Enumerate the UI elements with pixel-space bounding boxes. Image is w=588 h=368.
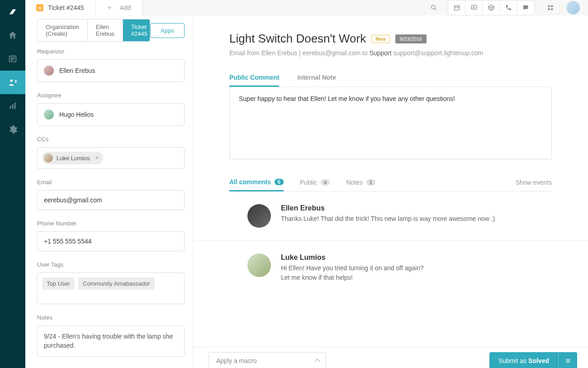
subtab-ticket[interactable]: Ticket #2445 [123, 19, 150, 41]
count-badge: 5 [275, 179, 284, 185]
bolt-chat-icon[interactable] [465, 0, 483, 15]
add-tab-label: Add [120, 4, 131, 11]
user-avatar[interactable] [566, 1, 580, 14]
user-tag[interactable]: Community Amabassador [78, 277, 155, 290]
cc-chip-label: Luke Lumios [57, 155, 90, 162]
ticket-subheader: Email from Ellen Erebus | eerebus@gmail.… [229, 49, 552, 57]
comment-item: Ellen Erebus Thanks Luke! That did the t… [193, 191, 588, 241]
nav-rail [0, 0, 25, 368]
compose-tabs: Public Comment Internal Note [229, 69, 552, 87]
compose-tab-public[interactable]: Public Comment [229, 69, 279, 87]
tags-field[interactable]: Top User Community Amabassador [37, 272, 185, 304]
nav-reports[interactable] [0, 94, 25, 118]
workspace-tab-active[interactable]: n Ticket #2445 [25, 0, 95, 15]
svg-rect-16 [548, 5, 550, 7]
tab-priority-badge: n [36, 4, 43, 11]
topbar: n Ticket #2445 ＋ Add [25, 0, 588, 15]
comments-tab-public[interactable]: Public 4 [300, 174, 330, 191]
notes-field[interactable]: 9/24 - Ellen's having trouble with the l… [37, 325, 185, 357]
avatar-icon [44, 66, 54, 76]
show-events-link[interactable]: Show events [516, 174, 552, 191]
plus-icon: ＋ [106, 4, 113, 12]
ticket-title: Light Switch Doesn't Work [229, 32, 366, 46]
comment-text: Thanks Luke! That did the trick! This ne… [281, 214, 495, 224]
comment-avatar [247, 204, 271, 228]
nav-settings[interactable] [0, 118, 25, 141]
ticket-sidebar: Organization (Create) Ellen Erebus Ticke… [25, 15, 193, 368]
avatar-icon [44, 110, 54, 119]
phone-value: +1 555 555 5544 [44, 238, 92, 245]
macro-dropdown[interactable]: Apply a macro [209, 352, 326, 368]
comment-text: Hi Ellen! Have you tried turning it on a… [281, 263, 424, 282]
brand-logo [0, 0, 25, 24]
assignee-field[interactable]: Hugo Helios [37, 103, 185, 126]
comment-avatar [247, 253, 271, 277]
submit-button[interactable]: Submit as Solved [489, 352, 558, 368]
reply-textarea[interactable]: Super happy to hear that Ellen! Let me k… [229, 87, 552, 159]
channel-icon-group [448, 0, 535, 15]
svg-rect-12 [454, 5, 459, 10]
submit-bar: Apply a macro Submit as Solved [193, 347, 588, 368]
subtab-requester[interactable]: Ellen Erebus [88, 19, 123, 41]
requestor-field[interactable]: Ellen Erebus [37, 59, 185, 82]
nav-customers[interactable] [0, 71, 25, 94]
compose-tab-internal[interactable]: Internal Note [297, 69, 336, 86]
comment-author: Luke Lumios [281, 253, 424, 262]
email-value: eerebus@gmail.com [44, 196, 102, 204]
email-label: Email [37, 179, 185, 186]
package-icon[interactable] [483, 0, 500, 15]
cc-chip[interactable]: Luke Lumios × [42, 152, 103, 164]
svg-line-11 [435, 9, 436, 10]
comments-filter-tabs: All comments 5 Public 4 Notes 1 Show eve… [229, 174, 552, 191]
chip-remove-icon[interactable]: × [95, 155, 99, 161]
comment-item: Luke Lumios Hi Ellen! Have you tried tur… [193, 241, 588, 295]
count-badge: 4 [321, 179, 330, 186]
svg-point-4 [10, 80, 13, 82]
phone-field[interactable]: +1 555 555 5544 [37, 231, 185, 251]
assignee-value: Hugo Helios [59, 111, 94, 118]
status-badge-new: New [371, 35, 390, 43]
comment-author: Ellen Erebus [281, 204, 495, 212]
svg-rect-9 [14, 103, 16, 109]
user-tag[interactable]: Top User [42, 277, 75, 290]
chat-icon[interactable] [517, 0, 534, 15]
assignee-label: Assignee [37, 92, 185, 99]
add-tab-button[interactable]: ＋ Add [95, 0, 142, 15]
nav-home[interactable] [0, 24, 25, 47]
context-tabs: Organization (Create) Ellen Erebus Ticke… [37, 19, 150, 42]
comments-tab-all[interactable]: All comments 5 [229, 174, 284, 191]
apps-panel-button[interactable]: Apps [150, 23, 185, 38]
notes-label: Notes [37, 314, 185, 321]
submit-menu-button[interactable] [558, 352, 577, 368]
svg-rect-18 [548, 8, 550, 10]
comments-tab-notes[interactable]: Notes 1 [346, 174, 375, 191]
svg-rect-7 [10, 106, 11, 109]
avatar-icon [44, 153, 53, 162]
subtab-organization[interactable]: Organization (Create) [38, 19, 88, 41]
tags-label: User Tags [37, 261, 185, 268]
svg-rect-17 [551, 5, 553, 7]
svg-rect-8 [12, 104, 14, 109]
count-badge: 1 [366, 179, 375, 186]
phone-label: Phone Number [37, 220, 185, 227]
apps-grid-icon[interactable] [542, 0, 559, 15]
conversation-panel: Light Switch Doesn't Work New 9/23/2016 … [193, 15, 588, 368]
requestor-label: Requestor [37, 48, 185, 55]
date-badge: 9/23/2016 [395, 34, 427, 43]
ccs-label: CCs [37, 136, 185, 143]
ccs-field[interactable]: Luke Lumios × [37, 147, 185, 169]
svg-rect-19 [551, 8, 553, 10]
phone-icon[interactable] [500, 0, 517, 15]
requestor-value: Ellen Erebus [59, 67, 95, 74]
email-field[interactable]: eerebus@gmail.com [37, 190, 185, 210]
tab-title: Ticket #2445 [48, 4, 84, 11]
calendar-icon[interactable] [448, 0, 465, 15]
nav-views[interactable] [0, 47, 25, 71]
search-icon[interactable] [425, 0, 442, 15]
svg-point-10 [432, 5, 435, 9]
